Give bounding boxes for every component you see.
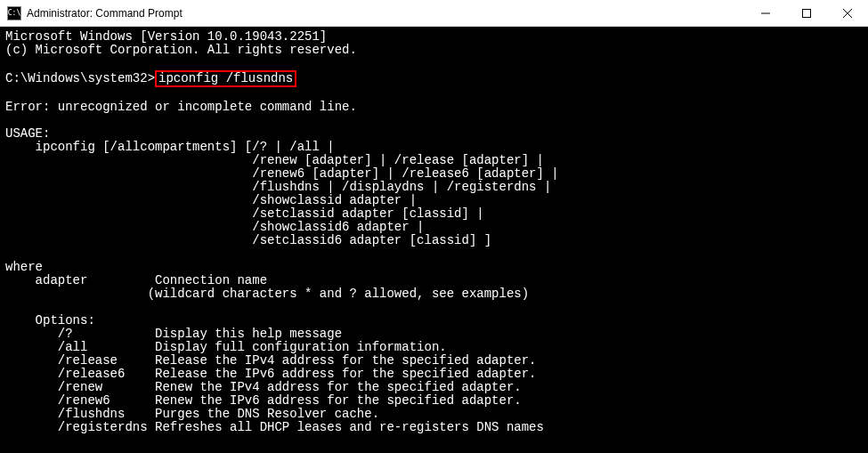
- options-header: Options:: [5, 313, 95, 328]
- where-header: where: [5, 260, 43, 274]
- window-titlebar: C:\ Administrator: Command Prompt: [0, 0, 868, 27]
- window-controls: [745, 0, 868, 26]
- where-line: (wildcard characters * and ? allowed, se…: [5, 287, 529, 301]
- option-line: /flushdns Purges the DNS Resolver cache.: [5, 407, 379, 421]
- terminal-output[interactable]: Microsoft Windows [Version 10.0.19043.22…: [0, 27, 868, 453]
- cmd-icon: C:\: [7, 6, 21, 20]
- usage-line: /flushdns | /displaydns | /registerdns |: [5, 180, 551, 194]
- error-line: Error: unrecognized or incomplete comman…: [5, 100, 357, 114]
- option-line: /release Release the IPv4 address for th…: [5, 353, 537, 368]
- usage-line: /showclassid6 adapter |: [5, 220, 424, 234]
- output-line: (c) Microsoft Corporation. All rights re…: [5, 43, 357, 57]
- prompt-prefix: C:\Windows\system32>: [5, 71, 155, 85]
- option-line: /release6 Release the IPv6 address for t…: [5, 367, 537, 381]
- maximize-button[interactable]: [786, 0, 827, 26]
- option-line: /renew Renew the IPv4 address for the sp…: [5, 380, 522, 394]
- maximize-icon: [802, 9, 811, 18]
- usage-line: ipconfig [/allcompartments] [/? | /all |: [5, 140, 335, 154]
- option-line: /renew6 Renew the IPv6 address for the s…: [5, 393, 522, 408]
- where-line: adapter Connection name: [5, 273, 267, 287]
- minimize-button[interactable]: [745, 0, 786, 26]
- option-line: /? Display this help message: [5, 327, 342, 341]
- svg-rect-1: [803, 9, 811, 17]
- close-icon: [843, 9, 852, 18]
- usage-line: /setclassid6 adapter [classid] ]: [5, 233, 491, 247]
- usage-line: /showclassid adapter |: [5, 193, 417, 207]
- usage-line: /renew6 [adapter] | /release6 [adapter] …: [5, 166, 559, 181]
- option-line: /all Display full configuration informat…: [5, 340, 447, 354]
- command-highlight: ipconfig /flusndns: [155, 70, 296, 87]
- usage-header: USAGE:: [5, 126, 50, 141]
- output-line: Microsoft Windows [Version 10.0.19043.22…: [5, 29, 327, 44]
- usage-line: /setclassid adapter [classid] |: [5, 206, 484, 221]
- close-button[interactable]: [827, 0, 868, 26]
- option-line: /registerdns Refreshes all DHCP leases a…: [5, 420, 544, 434]
- minimize-icon: [761, 9, 770, 18]
- window-title: Administrator: Command Prompt: [27, 7, 745, 20]
- usage-line: /renew [adapter] | /release [adapter] |: [5, 153, 544, 167]
